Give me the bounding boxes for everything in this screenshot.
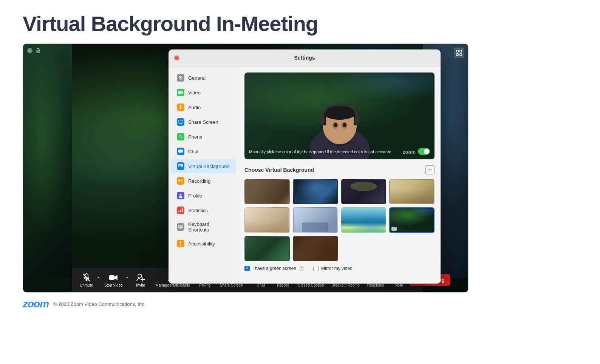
- sidebar-label-recording: Recording: [188, 178, 210, 184]
- info-icon: i: [27, 48, 33, 54]
- mirror-label: Mirror my video: [321, 266, 353, 271]
- bg-thumbnail-aurora[interactable]: [389, 207, 435, 233]
- stop-video-button[interactable]: Stop Video: [101, 271, 126, 290]
- sidebar-label-chat: Chat: [188, 149, 198, 154]
- sidebar-item-statistics[interactable]: Statistics: [171, 203, 236, 217]
- svg-rect-13: [178, 120, 183, 123]
- sidebar-item-phone[interactable]: Phone: [171, 130, 236, 144]
- svg-rect-20: [178, 179, 183, 182]
- virtual-bg-icon: [177, 162, 184, 170]
- video-arrow[interactable]: ▲: [126, 276, 129, 284]
- bg-thumbnail-beach[interactable]: [341, 207, 387, 233]
- chat-toolbar-label: Chat: [257, 283, 265, 287]
- svg-rect-43: [320, 117, 325, 124]
- unmute-label: Unmute: [80, 283, 93, 287]
- svg-rect-25: [178, 211, 179, 212]
- footer-copyright: © 2020 Zoom Video Communications, Inc.: [53, 301, 145, 307]
- polling-label: Polling: [199, 283, 210, 287]
- keyboard-icon: [177, 223, 184, 231]
- settings-body: General Video: [169, 66, 441, 284]
- person-video: [279, 76, 400, 159]
- bg-thumbnail-waterfall[interactable]: [244, 236, 290, 261]
- invite-label: Invite: [136, 283, 145, 287]
- settings-close-dot[interactable]: [174, 56, 179, 60]
- zoom-watermark: zoom: [403, 149, 416, 155]
- accessibility-icon: [177, 240, 184, 247]
- sidebar-label-virtual-bg: Virtual Background: [188, 163, 230, 169]
- svg-point-21: [179, 180, 180, 181]
- bg-thumbnail-night[interactable]: [293, 179, 338, 204]
- sidebar-item-profile[interactable]: Profile: [171, 188, 236, 203]
- svg-text:i: i: [29, 49, 30, 53]
- profile-icon: [177, 192, 184, 199]
- sidebar-item-accessibility[interactable]: Accessibility: [171, 236, 236, 251]
- choose-bg-title: Choose Virtual Background: [244, 167, 314, 173]
- sidebar-item-virtual-background[interactable]: Virtual Background: [171, 159, 236, 173]
- help-icon[interactable]: ?: [299, 266, 304, 271]
- settings-sidebar: General Video: [169, 66, 238, 284]
- reactions-label: Reactions: [367, 283, 384, 287]
- video-toggle[interactable]: [418, 148, 430, 155]
- sidebar-item-video[interactable]: Video: [171, 85, 236, 100]
- sidebar-label-keyboard: Keyboard Shortcuts: [188, 221, 230, 233]
- mirror-video-checkbox-item[interactable]: Mirror my video: [313, 266, 353, 271]
- sidebar-label-video: Video: [188, 90, 201, 96]
- bg-thumbnail-zoom-room[interactable]: [244, 207, 290, 233]
- svg-rect-3: [456, 50, 458, 52]
- svg-point-8: [180, 77, 181, 79]
- svg-point-33: [180, 241, 181, 242]
- bg-thumbnail-zoom-blue[interactable]: [293, 207, 338, 233]
- sidebar-label-profile: Profile: [188, 193, 202, 199]
- sidebar-item-share-screen[interactable]: Share Screen: [171, 115, 236, 129]
- svg-rect-26: [180, 210, 181, 212]
- svg-rect-28: [178, 225, 183, 228]
- sidebar-item-chat[interactable]: Chat: [171, 144, 236, 159]
- settings-header: Settings: [169, 49, 441, 66]
- video-icon-overlay: [391, 227, 397, 231]
- settings-panel: Settings General: [169, 49, 441, 284]
- add-background-button[interactable]: +: [425, 165, 435, 174]
- general-icon: [177, 74, 184, 82]
- lock-icon: [35, 48, 41, 54]
- unmute-button[interactable]: Unmute: [76, 271, 97, 290]
- sidebar-label-share-screen: Share Screen: [188, 119, 218, 125]
- sidebar-item-audio[interactable]: Audio: [171, 100, 236, 114]
- bg-thumbnail-space[interactable]: [341, 179, 387, 204]
- invite-button[interactable]: Invite: [130, 271, 151, 290]
- green-screen-checkbox[interactable]: [244, 266, 250, 271]
- green-screen-checkbox-item[interactable]: I have a green screen ?: [244, 266, 304, 271]
- svg-rect-9: [178, 91, 181, 94]
- bg-thumbnail-patio[interactable]: [389, 179, 435, 204]
- microphone-icon: [82, 273, 91, 282]
- unmute-arrow[interactable]: ▲: [97, 276, 100, 284]
- fullscreen-button[interactable]: [454, 48, 464, 58]
- stop-video-label: Stop Video: [104, 283, 123, 287]
- mirror-video-checkbox[interactable]: [313, 266, 319, 271]
- sidebar-item-general[interactable]: General: [171, 71, 236, 85]
- svg-rect-10: [180, 105, 181, 108]
- svg-rect-23: [181, 180, 182, 181]
- svg-rect-17: [178, 150, 183, 153]
- choose-bg-header: Choose Virtual Background +: [244, 165, 435, 174]
- bg-thumbnail-forest[interactable]: [244, 179, 290, 204]
- stop-video-group: Stop Video ▲: [101, 271, 129, 290]
- sidebar-label-accessibility: Accessibility: [188, 241, 215, 247]
- checkbox-row: I have a green screen ? Mirror my video: [244, 266, 435, 271]
- svg-rect-27: [182, 208, 183, 212]
- svg-rect-29: [179, 226, 180, 227]
- camera-icon: [109, 273, 118, 282]
- footer: zoom © 2020 Zoom Video Communications, I…: [0, 293, 600, 315]
- sidebar-item-recording[interactable]: Recording: [171, 174, 236, 188]
- video-icon: [177, 89, 184, 96]
- sidebar-item-keyboard-shortcuts[interactable]: Keyboard Shortcuts: [171, 218, 236, 236]
- share-screen-icon: [177, 118, 184, 126]
- page-title: Virtual Background In-Meeting: [0, 0, 600, 43]
- background-grid: [244, 179, 435, 261]
- svg-point-50: [138, 274, 142, 278]
- bg-left-panel: i: [23, 44, 72, 278]
- svg-rect-22: [181, 180, 182, 180]
- video-caption: Manually pick the color of the backgroun…: [249, 149, 416, 155]
- bg-thumbnail-coffee[interactable]: [293, 236, 338, 261]
- sidebar-label-general: General: [188, 75, 206, 81]
- phone-icon: [177, 133, 184, 140]
